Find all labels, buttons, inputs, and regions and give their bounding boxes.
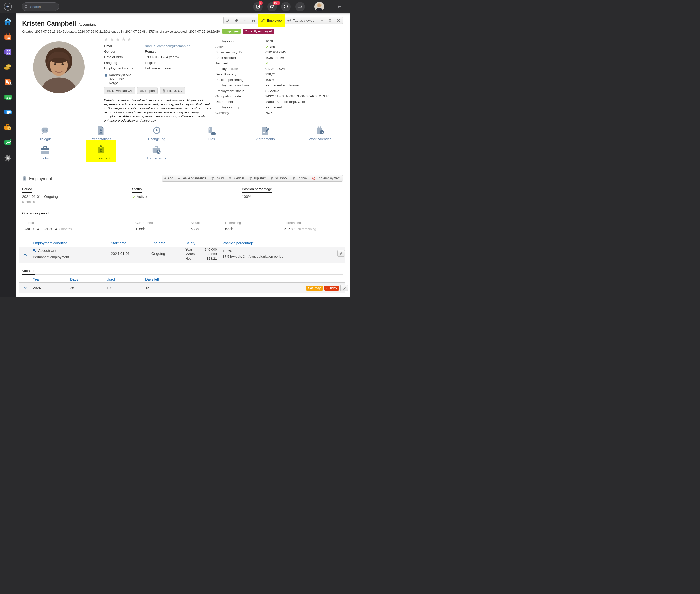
detail-value: Permanent employment — [265, 84, 301, 87]
reports-icon[interactable] — [3, 138, 12, 147]
table-col-header[interactable]: Employment condition — [33, 241, 68, 245]
detail-label: Occupation code — [215, 94, 241, 98]
shortcut-agreements[interactable]: Agreements — [243, 126, 288, 141]
employment-section-title: Employment — [22, 176, 52, 181]
key-icon — [33, 249, 36, 252]
detail-label: Employment condition — [215, 84, 249, 87]
sidebar — [0, 0, 16, 297]
svg-text:x: x — [163, 90, 164, 92]
table-col-header[interactable]: Start date — [111, 241, 126, 245]
guarantee-col-header: Actual — [191, 221, 200, 225]
table-col-header[interactable]: Year — [33, 277, 40, 282]
tag-as-viewed-button[interactable]: Tag as viewed — [285, 16, 317, 24]
add-button[interactable]: +Add — [162, 175, 176, 182]
json-sync-button[interactable]: JSON — [208, 175, 227, 182]
field-label: Email — [104, 44, 113, 48]
hinas-cv-button[interactable]: x HINAS CV — [160, 87, 185, 94]
detail-label: Employee group — [215, 105, 240, 109]
edit-condition-button[interactable] — [337, 250, 345, 257]
expand-row-chevron[interactable] — [24, 287, 27, 289]
detail-value: Permanent — [265, 105, 282, 109]
shortcut-work-calendar[interactable]: Work calendar — [297, 126, 342, 141]
shortcut-jobs[interactable]: Jobs — [23, 145, 68, 160]
delete-button[interactable] — [326, 16, 334, 24]
detail-value-active: Yes — [265, 45, 275, 49]
shortcut-dialogue[interactable]: Dialogue — [23, 126, 68, 141]
time-tracking-icon[interactable] — [3, 123, 12, 132]
leave-of-absence-button[interactable]: +Leave of absence — [175, 175, 209, 182]
download-cv-button[interactable]: Download CV — [104, 87, 135, 94]
eye-icon — [211, 30, 215, 33]
xledger-sync-button[interactable]: Xledger — [226, 175, 246, 182]
detail-value: NOK — [265, 111, 273, 115]
field-label: Language — [104, 61, 119, 65]
guarantee-period-header: Guarantee period — [22, 211, 343, 217]
shortcut-changelog[interactable]: Change log — [134, 126, 179, 141]
link-button[interactable] — [232, 16, 241, 24]
manage-fields-button[interactable] — [317, 16, 326, 24]
guarantee-forecasted-value: 525h / 97h remaining — [285, 227, 316, 231]
end-employment-button[interactable]: End employment — [310, 175, 343, 182]
address-block: Karenslyst Allé 0278 Oslo Norge — [109, 73, 131, 85]
notifications-button[interactable] — [295, 2, 305, 11]
employment-highlight: Employment — [86, 140, 116, 162]
terms-meta: Terms of service accepted : 2024-07-25 1… — [150, 30, 219, 33]
fortnox-sync-button[interactable]: Fortnox — [290, 175, 310, 182]
table-col-header[interactable]: Days left — [145, 277, 159, 282]
salary-value: 640 000 — [189, 248, 217, 251]
inbox-button[interactable]: 99+ — [267, 2, 277, 11]
calculator-icon[interactable] — [3, 93, 12, 102]
lock-button[interactable] — [249, 16, 258, 24]
view-count: 20 — [211, 30, 220, 33]
table-col-header[interactable]: Days — [70, 277, 78, 282]
tasks-button[interactable]: 5 — [253, 2, 263, 11]
shortcut-presentations[interactable]: Presentations — [78, 126, 124, 141]
calendar-icon[interactable] — [3, 32, 12, 41]
collapse-row-chevron[interactable] — [24, 253, 27, 256]
user-avatar[interactable] — [314, 2, 324, 11]
main-content: Kristen CampbellAccountant Employee — [16, 13, 350, 297]
candidate-bio: Detail-oriented and results-driven accou… — [104, 98, 212, 123]
rating-stars[interactable]: ★★★★★ — [104, 36, 133, 42]
status-value: Active — [132, 195, 147, 199]
search-input[interactable] — [30, 5, 55, 8]
sdworx-sync-button[interactable]: SD Worx — [268, 175, 290, 182]
candidate-search-icon[interactable] — [3, 78, 12, 87]
edit-vacation-button[interactable] — [340, 285, 348, 292]
add-new-button[interactable]: + — [4, 2, 12, 10]
table-col-header[interactable]: End date — [151, 241, 165, 245]
coins-icon[interactable] — [3, 63, 12, 72]
tasks-badge: 5 — [259, 1, 263, 5]
employee-button[interactable]: Employee — [259, 16, 284, 24]
table-col-header[interactable]: Salary — [185, 241, 195, 245]
edit-button[interactable] — [224, 16, 232, 24]
home-icon[interactable] — [3, 17, 12, 26]
table-col-header[interactable]: Position percentage — [223, 241, 254, 245]
chat-button[interactable] — [281, 2, 291, 11]
period-header: Period — [22, 187, 124, 193]
tripletex-sync-button[interactable]: Tripletex — [246, 175, 268, 182]
email-link[interactable]: marius+campbell@recman.no — [145, 44, 190, 48]
last-logged-in-meta: Last logged in: 2024-07-26 08:41:47 — [104, 30, 155, 33]
block-button[interactable] — [334, 16, 343, 24]
export-button[interactable]: Export — [137, 87, 158, 94]
condition-position: 100% — [223, 249, 232, 253]
table-col-header[interactable]: Used — [107, 277, 115, 282]
guarantee-col-header: Remaining — [225, 221, 241, 225]
gear-icon[interactable] — [3, 153, 12, 162]
shortcut-logged-work[interactable]: Logged work — [134, 145, 179, 160]
id-card-button[interactable] — [240, 16, 249, 24]
guarantee-col-header: Forecasted — [285, 221, 301, 225]
guarantee-actual-value: 533h — [191, 227, 199, 231]
field-value: Fulltime employed — [145, 66, 173, 70]
detail-value-taxcard — [265, 61, 270, 64]
vacation-year: 2024 — [33, 286, 41, 290]
updated-meta: Updated: 2024-07-26 09:21:10 — [64, 30, 107, 33]
shortcut-employment[interactable]: Employment — [78, 145, 124, 160]
messages-icon[interactable] — [3, 108, 12, 117]
search-box[interactable] — [22, 2, 59, 11]
building-icon[interactable] — [3, 47, 12, 57]
collapse-panel-button[interactable] — [334, 2, 343, 11]
shortcut-files[interactable]: Files — [189, 126, 234, 141]
condition-subtitle: Permanent employment — [33, 255, 69, 259]
